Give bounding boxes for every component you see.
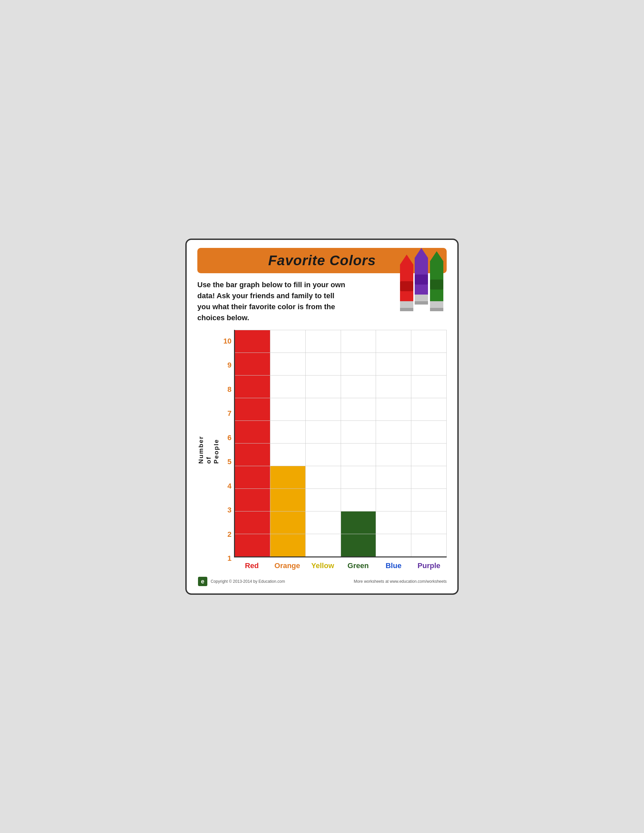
grid-cell — [341, 398, 376, 420]
grid-cell — [306, 352, 341, 375]
grid-cell — [235, 466, 270, 489]
grid-cell — [306, 330, 341, 352]
grid-cell — [306, 466, 341, 489]
grid-cell — [270, 398, 306, 420]
grid-cell — [235, 420, 270, 443]
grid-cell — [270, 330, 306, 352]
svg-rect-12 — [430, 280, 443, 289]
y-tick-8: 8 — [227, 378, 231, 401]
grid-cell — [235, 375, 270, 398]
grid-cell — [411, 511, 447, 534]
y-tick-6: 6 — [227, 426, 231, 449]
footer-copyright: Copyright © 2013-2014 by Education.com — [211, 579, 285, 584]
grid-cell — [306, 489, 341, 511]
grid-cell — [341, 443, 376, 466]
x-label-blue: Blue — [376, 560, 411, 570]
grid-cell — [270, 352, 306, 375]
grid-cell — [306, 375, 341, 398]
grid-cell — [376, 534, 411, 556]
grid-cell — [411, 443, 447, 466]
grid-cell — [306, 511, 341, 534]
grid-cell — [411, 352, 447, 375]
y-axis-numbers: 10987654321 — [222, 330, 234, 570]
worksheet-page: Favorite Colors — [185, 238, 459, 595]
grid-cell — [235, 489, 270, 511]
svg-rect-2 — [400, 281, 413, 291]
grid-cell — [341, 330, 376, 352]
grid-cell — [411, 489, 447, 511]
svg-rect-13 — [430, 301, 443, 308]
x-label-orange: Orange — [270, 560, 305, 570]
grid-cell — [270, 443, 306, 466]
grid-cell — [270, 511, 306, 534]
grid-cell — [341, 489, 376, 511]
grid-cell — [306, 443, 341, 466]
grid-cell — [306, 398, 341, 420]
grid-cell — [270, 466, 306, 489]
footer-more-worksheets: More worksheets at www.education.com/wor… — [354, 579, 447, 584]
chart-section: NumberofPeople 10987654321 RedOrangeYell… — [197, 330, 447, 570]
green-crayon-icon — [427, 251, 447, 311]
grid-cell — [376, 398, 411, 420]
svg-marker-10 — [430, 251, 443, 261]
x-axis-labels: RedOrangeYellowGreenBluePurple — [234, 560, 447, 570]
grid-cell — [411, 534, 447, 556]
crayons-decoration — [397, 244, 450, 304]
title-banner: Favorite Colors — [197, 248, 447, 273]
x-label-green: Green — [340, 560, 376, 570]
y-tick-1: 1 — [227, 547, 231, 570]
svg-rect-9 — [415, 301, 428, 304]
grid-cell — [411, 466, 447, 489]
y-tick-4: 4 — [227, 475, 231, 497]
grid-cell — [376, 352, 411, 375]
grid-cell — [341, 534, 376, 556]
svg-text:e: e — [201, 578, 204, 585]
grid-cell — [341, 420, 376, 443]
grid-cell — [341, 466, 376, 489]
svg-rect-3 — [400, 301, 413, 308]
x-label-yellow: Yellow — [305, 560, 340, 570]
grid-cell — [235, 443, 270, 466]
x-label-purple: Purple — [411, 560, 447, 570]
chart-grid-wrapper: RedOrangeYellowGreenBluePurple — [234, 330, 447, 570]
grid-cell — [341, 511, 376, 534]
grid-cell — [270, 534, 306, 556]
chart-grid — [234, 330, 447, 558]
y-tick-3: 3 — [227, 499, 231, 521]
grid-cell — [235, 511, 270, 534]
edu-logo-icon: e — [197, 576, 208, 587]
page-title: Favorite Colors — [268, 252, 376, 268]
grid-cell — [376, 420, 411, 443]
grid-cell — [411, 330, 447, 352]
grid-cell — [306, 534, 341, 556]
y-tick-5: 5 — [227, 450, 231, 473]
grid-cell — [341, 375, 376, 398]
grid-cell — [341, 352, 376, 375]
grid-cell — [235, 398, 270, 420]
svg-rect-7 — [415, 275, 428, 285]
grid-cell — [306, 420, 341, 443]
grid-cell — [376, 330, 411, 352]
y-axis-label: NumberofPeople — [197, 436, 220, 464]
grid-cell — [376, 511, 411, 534]
y-tick-2: 2 — [227, 523, 231, 546]
grid-cell — [376, 443, 411, 466]
grid-cell — [376, 466, 411, 489]
grid-cell — [270, 489, 306, 511]
grid-cell — [411, 398, 447, 420]
svg-marker-0 — [400, 254, 413, 265]
instructions-text: Use the bar graph below to fill in your … — [197, 279, 347, 323]
grid-cell — [376, 489, 411, 511]
y-tick-10: 10 — [223, 330, 231, 352]
grid-cell — [376, 375, 411, 398]
svg-marker-5 — [415, 248, 428, 258]
grid-cell — [235, 352, 270, 375]
svg-rect-4 — [400, 308, 413, 311]
footer: e Copyright © 2013-2014 by Education.com… — [197, 576, 447, 587]
grid-cell — [270, 420, 306, 443]
grid-cell — [411, 420, 447, 443]
grid-cell — [270, 375, 306, 398]
grid-cell — [411, 375, 447, 398]
grid-cell — [235, 534, 270, 556]
y-tick-7: 7 — [227, 402, 231, 425]
